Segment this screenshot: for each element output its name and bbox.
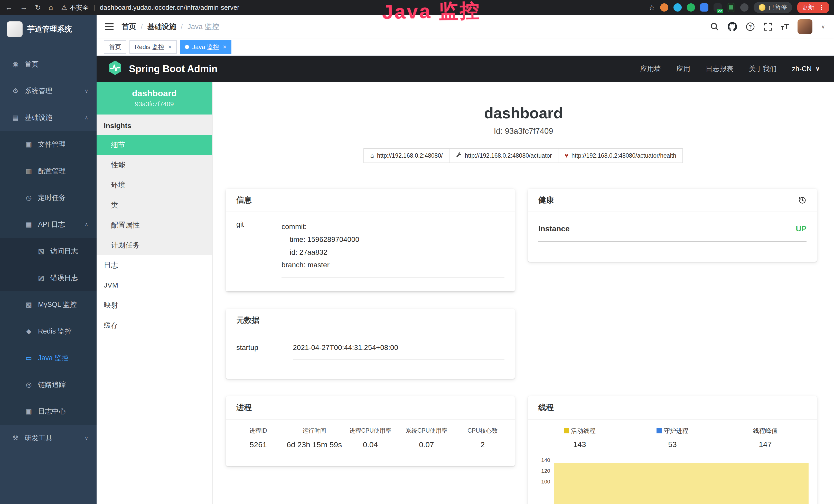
sba-nav-about[interactable]: 关于我们 [749, 64, 777, 73]
instance-card[interactable]: dashboard 93a3fc7f7409 [96, 82, 212, 115]
home-icon: ⌂ [370, 152, 374, 159]
card-header: 进程 [226, 396, 515, 419]
process-card-body: 进程ID 5261 运行时间 6d 23h 15m 59s [226, 419, 515, 449]
info-value: commit: time: 1596289704000 id: 27aa832 … [282, 220, 504, 278]
sba-menu-caches[interactable]: 缓存 [96, 315, 212, 335]
tab-home[interactable]: 首页 [104, 40, 126, 54]
sba-menu-config-props[interactable]: 配置属性 [96, 215, 212, 235]
sidebar-item-home[interactable]: ◉ 首页 [0, 51, 96, 77]
card-header: 元数据 [226, 309, 515, 332]
breadcrumb-separator: / [141, 23, 143, 31]
address-bar[interactable]: ⚠ 不安全 | dashboard.yudao.iocoder.cn/infra… [61, 3, 644, 12]
help-icon[interactable]: ? [746, 22, 755, 31]
caret-down-icon[interactable]: ∨ [821, 24, 825, 30]
sba-menu-metrics[interactable]: 性能 [96, 155, 212, 175]
sidebar-item-tracing[interactable]: ◎ 链路追踪 [0, 371, 96, 398]
sba-nav-journal[interactable]: 日志报表 [706, 64, 733, 73]
back-icon[interactable]: ← [5, 3, 12, 12]
font-size-icon[interactable]: TT [781, 23, 789, 30]
tab-label: 首页 [109, 43, 121, 51]
reload-icon[interactable]: ↻ [35, 3, 41, 12]
actuator-url: http://192.168.0.2:48080/actuator [465, 152, 552, 159]
sidebar-item-label: MySQL 监控 [38, 300, 77, 309]
sba-menu-details[interactable]: 细节 [96, 135, 212, 155]
metadata-key: startup [236, 344, 293, 360]
sba-menu-scheduled-tasks[interactable]: 计划任务 [96, 235, 212, 255]
sidebar-item-log-center[interactable]: ▣ 日志中心 [0, 398, 96, 425]
security-warning[interactable]: ⚠ 不安全 [61, 3, 89, 12]
extension-icon-fox[interactable] [660, 3, 668, 12]
sidebar-item-system[interactable]: ⚙ 系统管理 ∨ [0, 77, 96, 104]
close-icon[interactable]: × [223, 43, 226, 51]
sidebar-item-config-manager[interactable]: ▥ 配置管理 [0, 158, 96, 184]
sidebar-item-error-logs[interactable]: ▨ 错误日志 [0, 265, 96, 291]
process-col-label: 进程ID [230, 427, 286, 435]
tab-redis-monitor[interactable]: Redis 监控 × [129, 40, 177, 54]
sidebar-item-java-monitor[interactable]: ▭ Java 监控 [0, 345, 96, 371]
tab-java-monitor[interactable]: Java 监控 × [180, 40, 232, 54]
sba-nav-wallboard[interactable]: 应用墙 [640, 64, 661, 73]
sidebar-item-file-manager[interactable]: ▣ 文件管理 [0, 131, 96, 158]
sba-menu-classes[interactable]: 类 [96, 195, 212, 215]
extension-icon-switch[interactable]: on [714, 3, 722, 12]
chevron-up-icon: ∧ [85, 115, 88, 121]
tab-label: Java 监控 [192, 43, 219, 51]
browser-update-button[interactable]: 更新 ⋮ [797, 2, 829, 13]
java-monitor-icon: ▭ [25, 354, 33, 362]
home-icon[interactable]: ⌂ [48, 3, 53, 12]
github-icon[interactable] [728, 22, 737, 31]
instance-id-line: Id: 93a3fc7f7409 [213, 127, 834, 136]
avatar[interactable] [797, 19, 812, 34]
instance-url-button[interactable]: ⌂ http://192.168.0.2:48080/ [364, 148, 449, 163]
sba-logo-icon[interactable] [107, 60, 123, 78]
sidebar-item-api-logs[interactable]: ▦ API 日志 ∧ [0, 211, 96, 238]
breadcrumb-infrastructure[interactable]: 基础设施 [148, 22, 176, 31]
app-logo[interactable]: 芋道管理系统 [0, 15, 96, 44]
svg-text:?: ? [749, 24, 752, 29]
sba-content: dashboard Id: 93a3fc7f7409 ⌂ http://192.… [213, 82, 834, 504]
history-icon[interactable] [798, 196, 807, 204]
close-icon[interactable]: × [168, 43, 172, 51]
health-url-button[interactable]: ♥ http://192.168.0.2:48080/actuator/heal… [558, 148, 683, 163]
threads-card: 线程 活动线程 143 [528, 396, 817, 504]
search-icon[interactable] [710, 22, 719, 31]
sba-menu-jvm[interactable]: JVM [96, 275, 212, 295]
error-log-icon: ▨ [37, 274, 45, 282]
profile-paused-badge[interactable]: 已暂停 [753, 2, 792, 13]
sidebar-item-access-logs[interactable]: ▧ 访问日志 [0, 238, 96, 265]
sba-nav-applications[interactable]: 应用 [677, 64, 690, 73]
warning-icon: ⚠ [61, 4, 67, 11]
extension-icon-drop[interactable] [674, 3, 682, 12]
process-col-label: 运行时间 [286, 427, 342, 435]
sba-brand[interactable]: Spring Boot Admin [129, 63, 218, 74]
sidebar-item-redis-monitor[interactable]: ◆ Redis 监控 [0, 318, 96, 345]
sidebar-item-scheduled-tasks[interactable]: ◷ 定时任务 [0, 184, 96, 211]
sba-menu-environment[interactable]: 环境 [96, 175, 212, 195]
sidebar-item-infrastructure[interactable]: ▤ 基础设施 ∧ [0, 104, 96, 131]
locale-label: zh-CN [792, 65, 812, 73]
sba-menu-logs[interactable]: 日志 [96, 255, 212, 275]
bookmark-star-icon[interactable]: ☆ [649, 3, 655, 12]
hamburger-icon[interactable] [105, 23, 113, 30]
info-key: git [236, 220, 282, 278]
extension-icon-puzzle[interactable] [740, 3, 748, 12]
sidebar-item-dev-tools[interactable]: ⚒ 研发工具 ∨ [0, 425, 96, 451]
extension-icon-green[interactable] [687, 3, 695, 12]
breadcrumb-home[interactable]: 首页 [122, 22, 136, 31]
extension-icon-leaf[interactable] [727, 3, 735, 12]
main-area: 首页 / 基础设施 / Java 监控 ? [96, 15, 834, 504]
sidebar-item-mysql-monitor[interactable]: ▩ MySQL 监控 [0, 291, 96, 318]
extension-icon-grid[interactable] [700, 3, 708, 12]
browser-menu-icon[interactable]: ⋮ [818, 4, 825, 11]
sba-locale-select[interactable]: zh-CN ∨ [792, 65, 820, 73]
sba-menu-mappings[interactable]: 映射 [96, 295, 212, 315]
instance-url: http://192.168.0.2:48080/ [377, 152, 443, 159]
process-col-value: 0.07 [398, 440, 454, 449]
card-header: 信息 [226, 189, 515, 212]
actuator-url-button[interactable]: http://192.168.0.2:48080/actuator [449, 148, 559, 163]
logo-image [7, 21, 23, 37]
git-branch-line: branch: master [282, 258, 504, 271]
breadcrumb-separator: / [181, 23, 183, 31]
forward-icon[interactable]: → [20, 3, 27, 12]
fullscreen-icon[interactable] [764, 22, 772, 31]
